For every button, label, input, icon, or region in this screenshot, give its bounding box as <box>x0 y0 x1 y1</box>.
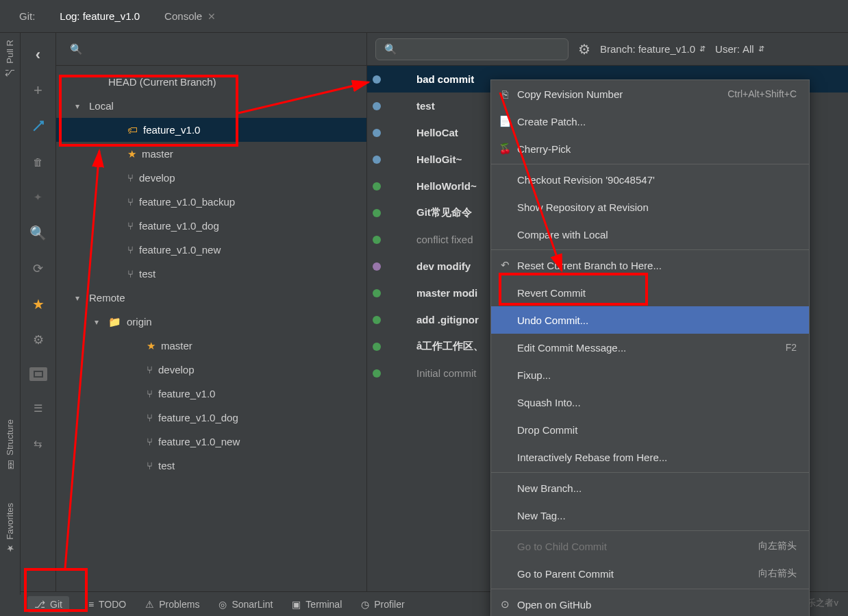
text: Favorites <box>5 503 15 539</box>
menu-copy-revision[interactable]: ⎘Copy Revision NumberCtrl+Alt+Shift+C <box>491 80 809 108</box>
search-icon: 🔍 <box>384 43 397 56</box>
commit-dot <box>373 316 381 324</box>
commit-dot <box>373 75 381 84</box>
shortcut: Ctrl+Alt+Shift+C <box>727 88 797 99</box>
tree-label: feature_v1.0 <box>158 388 215 399</box>
log-search-input[interactable]: 🔍 <box>375 38 569 60</box>
text: Show Repository at Revision <box>517 201 649 213</box>
user-filter[interactable]: User: All⇵ <box>715 43 764 55</box>
problems-tool-button[interactable]: ⚠Problems <box>145 599 199 610</box>
text: New Tag... <box>517 510 566 521</box>
console-tab[interactable]: Console✕ <box>152 0 228 33</box>
branch-filter[interactable]: Branch: feature_v1.0⇵ <box>600 43 706 55</box>
menu-parent-commit[interactable]: Go to Parent Commit向右箭头 <box>491 560 809 587</box>
add-button[interactable]: + <box>30 82 47 99</box>
search-icon[interactable]: 🔍 <box>30 225 47 241</box>
menu-undo-commit[interactable]: Undo Commit... <box>491 306 809 334</box>
commit-message: test <box>416 100 435 112</box>
tree-row[interactable]: ▾📁origin <box>56 310 366 334</box>
commit-message: HelloGit~ <box>416 153 462 165</box>
tree-row[interactable]: ★master <box>56 142 366 166</box>
profiler-tool-button[interactable]: ◷Profiler <box>361 599 404 610</box>
menu-reset[interactable]: ↶Reset Current Branch to Here... <box>491 251 809 279</box>
tree-row[interactable]: ⑂feature_v1.0_new <box>56 238 366 262</box>
terminal-tool-button[interactable]: ▣Terminal <box>292 599 342 610</box>
tree-row[interactable]: ★master <box>56 334 366 358</box>
menu-new-tag[interactable]: New Tag... <box>491 502 809 529</box>
settings-icon[interactable]: ⚙ <box>30 332 47 348</box>
commit-icon[interactable] <box>30 118 47 134</box>
menu-rebase[interactable]: Interactively Rebase from Here... <box>491 443 809 471</box>
menu-squash[interactable]: Squash Into... <box>491 389 809 416</box>
separator <box>491 472 809 473</box>
branch-icon: ⑂ <box>127 196 134 208</box>
separator <box>491 249 809 250</box>
git-tool-button[interactable]: ⎇Git <box>27 596 69 613</box>
tree-label: Remote <box>89 292 125 304</box>
tree-row[interactable]: ⑂feature_v1.0 <box>56 382 366 406</box>
tree-row[interactable]: HEAD (Current Branch) <box>56 70 366 94</box>
close-icon[interactable]: ✕ <box>208 11 216 22</box>
menu-fixup[interactable]: Fixup... <box>491 361 809 389</box>
todo-tool-button[interactable]: ≡TODO <box>88 599 126 610</box>
merge-icon[interactable]: ✦ <box>30 189 47 206</box>
tree-row[interactable]: ⑂test <box>56 454 366 478</box>
text: TODO <box>99 599 126 610</box>
back-button[interactable]: ‹ <box>30 47 47 63</box>
collapse-icon[interactable]: ⇆ <box>30 436 47 452</box>
tree-row[interactable]: ⑂test <box>56 262 366 286</box>
cherry-icon: 🍒 <box>498 143 512 155</box>
tree-row[interactable]: ⑂develop <box>56 166 366 190</box>
tree-label: feature_v1.0_new <box>158 436 240 447</box>
delete-icon[interactable]: 🗑 <box>30 153 47 170</box>
menu-edit-message[interactable]: Edit Commit Message...F2 <box>491 334 809 361</box>
menu-revert[interactable]: Revert Commit <box>491 279 809 306</box>
commit-message: HelloCat <box>416 127 458 138</box>
tree-row[interactable]: ⑂feature_v1.0_dog <box>56 214 366 238</box>
chevron-icon: ▾ <box>71 293 84 303</box>
menu-create-patch[interactable]: 📄Create Patch... <box>491 108 809 135</box>
tree-label: origin <box>127 316 152 328</box>
menu-cherry-pick[interactable]: 🍒Cherry-Pick <box>491 135 809 162</box>
refresh-icon[interactable]: ⟳ <box>30 260 47 277</box>
commit-dot <box>373 236 381 244</box>
favorite-icon[interactable]: ★ <box>30 296 47 312</box>
text: Reset Current Branch to Here... <box>517 260 662 271</box>
tree-search[interactable]: 🔍 <box>56 33 366 66</box>
diff-icon[interactable] <box>29 367 47 381</box>
sonar-tool-button[interactable]: ◎SonarLint <box>219 599 273 610</box>
align-icon[interactable]: ☰ <box>30 400 47 417</box>
tree-row[interactable]: ⑂feature_v1.0_new <box>56 430 366 454</box>
branch-icon: ⎇ <box>5 68 15 78</box>
menu-open-github[interactable]: ⊙Open on GitHub <box>491 591 809 616</box>
commit-dot <box>373 289 381 297</box>
label: Branch: <box>600 43 636 55</box>
menu-drop[interactable]: Drop Commit <box>491 416 809 443</box>
text: Copy Revision Number <box>517 88 623 100</box>
branch-icon: ⑂ <box>127 244 134 256</box>
text: New Branch... <box>517 482 582 494</box>
tree-label: feature_v1.0_dog <box>139 220 219 232</box>
menu-new-branch[interactable]: New Branch... <box>491 474 809 502</box>
warning-icon: ⚠ <box>145 599 154 610</box>
tree-row[interactable]: 🏷feature_v1.0 <box>56 118 366 142</box>
favorites-tool[interactable]: ★Favorites <box>5 496 15 560</box>
structure-tool[interactable]: 🗄Structure <box>5 412 15 476</box>
commit-message: HelloWorld~ <box>416 180 477 192</box>
sort-icon: ⇵ <box>699 45 706 53</box>
log-tab[interactable]: Log: feature_v1.0 <box>47 0 152 33</box>
star-icon: ★ <box>127 148 136 160</box>
menu-compare-local[interactable]: Compare with Local <box>491 221 809 248</box>
menu-child-commit: Go to Child Commit向左箭头 <box>491 532 809 560</box>
menu-show-repo[interactable]: Show Repository at Revision <box>491 193 809 221</box>
tree-label: test <box>139 268 155 280</box>
tree-row[interactable]: ▾Remote <box>56 286 366 310</box>
menu-checkout-revision[interactable]: Checkout Revision '90c48547' <box>491 166 809 193</box>
settings-icon[interactable]: ⚙ <box>578 41 590 58</box>
tree-row[interactable]: ⑂feature_v1.0_dog <box>56 406 366 430</box>
tree-row[interactable]: ⑂develop <box>56 358 366 382</box>
tree-label: test <box>158 460 175 471</box>
tree-row[interactable]: ⑂feature_v1.0_backup <box>56 190 366 214</box>
tree-row[interactable]: ▾Local <box>56 94 366 118</box>
pull-requests-tool[interactable]: ⎇Pull R <box>5 33 15 85</box>
